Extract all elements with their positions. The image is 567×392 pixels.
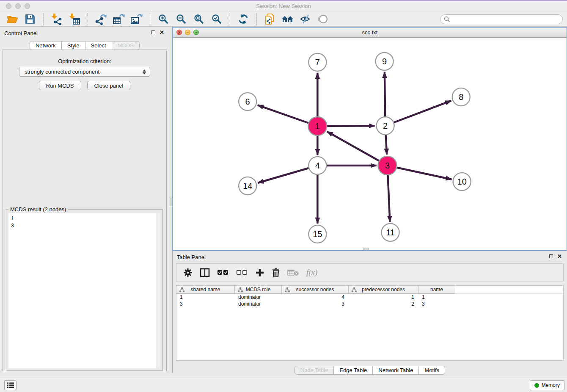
toolbar-separator bbox=[256, 13, 257, 25]
export-table-icon[interactable] bbox=[112, 13, 126, 25]
table-panel: Table Panel ✕ f(x) shared nameMCDS roles… bbox=[173, 251, 567, 375]
deselect-all-icon[interactable] bbox=[236, 270, 248, 276]
splitter-grip[interactable] bbox=[170, 199, 172, 206]
zoom-selected-icon[interactable] bbox=[210, 13, 223, 25]
tab-edge-table[interactable]: Edge Table bbox=[334, 366, 373, 375]
table-header: shared nameMCDS rolesuccessor nodesprede… bbox=[176, 286, 563, 294]
control-panel-tabs: NetworkStyleSelectMCDS bbox=[0, 41, 169, 50]
column-label: shared name bbox=[190, 287, 220, 293]
cell-successor-nodes: 3 bbox=[282, 301, 349, 307]
close-panel-icon[interactable]: ✕ bbox=[160, 30, 164, 35]
optimization-label: Optimization criterion: bbox=[0, 58, 169, 64]
table-tabs: Node TableEdge TableNetwork TableMotifs bbox=[173, 366, 567, 375]
graph-edge-3-1[interactable] bbox=[327, 132, 388, 166]
close-table-panel-icon[interactable]: ✕ bbox=[557, 254, 562, 259]
export-network-icon[interactable] bbox=[94, 13, 108, 25]
close-panel-button[interactable]: Close panel bbox=[87, 81, 131, 90]
table-row[interactable]: 3dominator323 bbox=[176, 301, 563, 307]
list-icon bbox=[7, 382, 14, 389]
trash-icon[interactable] bbox=[272, 268, 280, 277]
houses-icon[interactable] bbox=[281, 13, 295, 25]
window-title: Session: New Session bbox=[0, 3, 567, 9]
column-header-successor-nodes[interactable]: successor nodes bbox=[282, 286, 349, 294]
frame-resize-grip[interactable] bbox=[363, 248, 369, 250]
table-toolbar: f(x) bbox=[176, 263, 564, 282]
task-history-button[interactable] bbox=[4, 380, 17, 390]
graph-node-label: 6 bbox=[245, 97, 250, 106]
tab-style[interactable]: Style bbox=[62, 41, 85, 50]
graph-node-label: 11 bbox=[386, 228, 395, 237]
criterion-value: strongly connected component bbox=[19, 69, 143, 75]
apply-layout-icon[interactable] bbox=[237, 13, 250, 25]
export-image-icon[interactable] bbox=[130, 13, 143, 25]
toolbar-separator bbox=[43, 13, 44, 25]
zoom-fit-icon[interactable] bbox=[192, 13, 206, 25]
cell-MCDS-role: dominator bbox=[235, 301, 282, 307]
function-builder-icon: f(x) bbox=[306, 268, 317, 277]
panel-splitter[interactable] bbox=[169, 27, 173, 373]
run-mcds-button[interactable]: Run MCDS bbox=[39, 81, 81, 90]
search-input[interactable] bbox=[440, 14, 563, 24]
graph-node-label: 9 bbox=[382, 57, 387, 66]
eye-slash-icon[interactable] bbox=[299, 13, 312, 25]
save-floppy-icon[interactable] bbox=[23, 13, 37, 25]
gear-icon[interactable] bbox=[183, 268, 193, 277]
column-header-MCDS-role[interactable]: MCDS role bbox=[235, 286, 282, 294]
graph-edge-2-8[interactable] bbox=[385, 101, 451, 126]
column-header-name[interactable]: name bbox=[418, 286, 455, 294]
tab-mcds[interactable]: MCDS bbox=[112, 41, 140, 50]
node-table: shared nameMCDS rolesuccessor nodesprede… bbox=[176, 285, 564, 361]
mcds-result-box: MCDS result (2 nodes) 13 bbox=[6, 209, 163, 371]
toolbar-separator bbox=[150, 13, 150, 25]
tab-node-table[interactable]: Node Table bbox=[295, 366, 334, 375]
column-label: name bbox=[430, 287, 443, 293]
column-header-predecessor-nodes[interactable]: predecessor nodes bbox=[349, 286, 418, 294]
network-canvas[interactable]: 7968124314101511 bbox=[173, 38, 567, 250]
graph-node-label: 1 bbox=[315, 121, 320, 131]
tab-network[interactable]: Network bbox=[30, 41, 62, 50]
cell-name: 1 bbox=[418, 294, 455, 301]
cell-shared-name: 3 bbox=[176, 301, 235, 307]
cell-predecessor-nodes: 1 bbox=[349, 294, 418, 301]
zoom-in-icon[interactable] bbox=[157, 13, 170, 25]
cell-MCDS-role: dominator bbox=[235, 294, 282, 301]
app-titlebar: Session: New Session bbox=[0, 1, 567, 11]
table-row[interactable]: 1dominator411 bbox=[176, 294, 563, 301]
add-icon[interactable] bbox=[255, 268, 264, 277]
delete-table-icon bbox=[287, 269, 299, 276]
table-panel-title: Table Panel bbox=[177, 254, 206, 260]
tab-select[interactable]: Select bbox=[85, 41, 112, 50]
cell-shared-name: 1 bbox=[176, 294, 235, 301]
mcds-result-area[interactable]: 13 bbox=[8, 213, 160, 368]
select-all-icon[interactable] bbox=[217, 270, 229, 276]
table-body: 1dominator4113dominator323 bbox=[176, 294, 563, 307]
cell-successor-nodes: 4 bbox=[282, 294, 349, 301]
result-line: 1 bbox=[11, 215, 14, 222]
show-columns-icon[interactable] bbox=[200, 268, 210, 277]
import-network-icon[interactable] bbox=[50, 13, 63, 25]
zoom-out-icon[interactable] bbox=[174, 13, 188, 25]
sphere-icon[interactable] bbox=[317, 13, 330, 25]
graph-node-label: 4 bbox=[315, 161, 320, 170]
network-window-titlebar[interactable]: ✕ − + scc.txt bbox=[173, 28, 567, 38]
graph-edge-3-10[interactable] bbox=[388, 166, 452, 179]
clone-network-icon[interactable] bbox=[263, 13, 277, 25]
criterion-select[interactable]: strongly connected component bbox=[19, 67, 150, 77]
import-table-icon[interactable] bbox=[68, 13, 81, 25]
header-filler bbox=[455, 286, 563, 294]
open-folder-icon[interactable] bbox=[6, 13, 19, 25]
float-panel-icon[interactable] bbox=[151, 30, 155, 34]
graph-node-label: 3 bbox=[385, 161, 390, 170]
memory-button[interactable]: Memory bbox=[530, 380, 564, 390]
column-header-shared-name[interactable]: shared name bbox=[176, 286, 235, 294]
mcds-result-title: MCDS result (2 nodes) bbox=[8, 206, 68, 213]
tab-motifs[interactable]: Motifs bbox=[419, 366, 445, 375]
tab-network-table[interactable]: Network Table bbox=[373, 366, 419, 375]
toolbar-separator bbox=[230, 13, 230, 25]
network-graph[interactable]: 7968124314101511 bbox=[173, 38, 567, 250]
float-table-panel-icon[interactable] bbox=[549, 254, 553, 258]
graph-node-label: 8 bbox=[459, 92, 463, 102]
network-window: ✕ − + scc.txt 7968124314101511 bbox=[173, 27, 567, 251]
result-scrollbar[interactable] bbox=[156, 213, 160, 368]
column-label: MCDS role bbox=[246, 287, 271, 293]
